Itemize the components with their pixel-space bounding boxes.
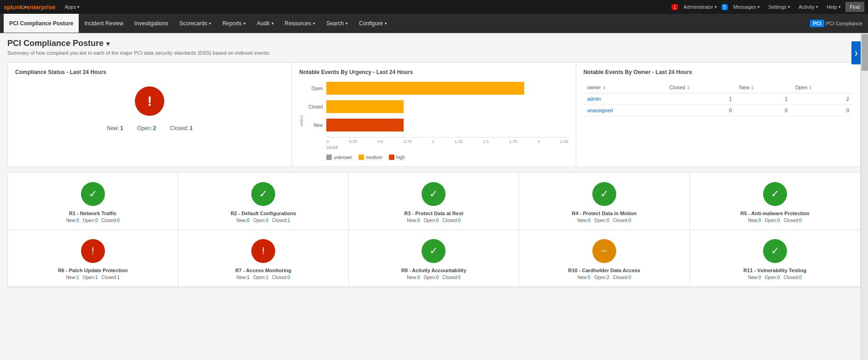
nav-resources[interactable]: Resources ▾ [279, 14, 321, 33]
req-open-r5: Open:0 [765, 218, 780, 223]
req-stats-r8: New:0 Open:0 Closed:0 [407, 275, 461, 280]
page-subtitle: Summary of how compliant you are in each… [7, 50, 861, 56]
req-open-r10: Open:2 [594, 275, 609, 280]
tick-05: 0.5 [377, 139, 383, 144]
apps-menu[interactable]: Apps ▾ [61, 0, 83, 14]
nav-pci-compliance[interactable]: PCI Compliance Posture [4, 14, 79, 33]
bar-new-high [326, 119, 404, 131]
req-closed-r4: Closed:0 [613, 218, 631, 223]
title-dropdown-icon[interactable]: ▾ [106, 40, 110, 47]
help-chevron-icon: ▾ [839, 5, 841, 9]
stat-open-val: 2 [153, 125, 156, 131]
stat-new-val: 1 [120, 125, 123, 131]
req-card-r6[interactable]: ! R6 - Patch Update Protection New:1 Ope… [8, 230, 178, 287]
tick-125: 1.25 [455, 139, 463, 144]
req-new-r5: New:0 [748, 218, 761, 223]
owner-panel: Notable Events By Owner - Last 24 Hours … [576, 63, 860, 166]
req-card-r10[interactable]: − R10 - Cardholder Data Access New:0 Ope… [519, 230, 689, 287]
messages-menu[interactable]: Messages ▾ [729, 4, 764, 10]
nav-investigations-label: Investigations [134, 20, 168, 27]
stat-open: Open:2 [137, 125, 156, 131]
apps-label: Apps [64, 4, 76, 10]
req-card-r3[interactable]: ✓ R3 - Protect Data at Rest New:0 Open:0… [349, 173, 519, 230]
col-open[interactable]: Open ⇕ [791, 82, 853, 93]
req-icon-r7: ! [251, 239, 275, 263]
req-card-r1[interactable]: ✓ R1 - Network Traffic New:0 Open:0 Clos… [8, 173, 178, 230]
nav-scorecards[interactable]: Scorecards ▾ [174, 14, 217, 33]
col-new[interactable]: New ⇕ [735, 82, 791, 93]
req-card-r2[interactable]: ✓ R2 - Default Configurations New:0 Open… [178, 173, 348, 230]
compliance-stats: New:1 Open:2 Closed:1 [107, 125, 193, 131]
req-open-r3: Open:0 [424, 218, 439, 223]
tick-1: 1 [432, 139, 434, 144]
req-stats-r1: New:0 Open:0 Closed:0 [66, 218, 120, 223]
nav-audit[interactable]: Audit ▾ [251, 14, 279, 33]
req-open-r4: Open:0 [594, 218, 609, 223]
req-open-r11: Open:0 [765, 275, 780, 280]
nav-configure-label: Configure [359, 20, 383, 27]
tick-0: 0 [326, 139, 329, 144]
settings-menu[interactable]: Settings ▾ [764, 4, 794, 10]
panel-collapse-button[interactable]: ❯ [851, 41, 861, 64]
req-closed-r7: Closed:0 [272, 275, 290, 280]
req-name-r1: R1 - Network Traffic [69, 211, 116, 216]
req-card-r8[interactable]: ✓ R8 - Activity Accountability New:0 Ope… [349, 230, 519, 287]
req-card-r5[interactable]: ✓ R5 - Anti-malware Protection New:0 Ope… [690, 173, 860, 230]
administrator-menu[interactable]: Administrator ▾ [680, 4, 721, 10]
req-card-r11[interactable]: ✓ R11 - Vulnerability Testing New:0 Open… [690, 230, 860, 287]
chart-bars-new [326, 119, 568, 131]
new-sort-icon: ⇕ [751, 86, 754, 90]
owner-unassigned-name[interactable]: unassigned [584, 105, 666, 116]
nav-reports[interactable]: Reports ▾ [217, 14, 251, 33]
chart-label-closed: Closed [306, 104, 326, 109]
req-card-r7[interactable]: ! R7 - Access Monitoring New:1 Open:1 Cl… [178, 230, 348, 287]
chart-inner: status Open Closed [299, 82, 568, 160]
help-menu[interactable]: Help ▾ [823, 4, 845, 10]
splunk-logo[interactable]: splunk>enterprise [4, 4, 55, 11]
nav-incident-review-label: Incident Review [84, 20, 123, 27]
admin-closed: 1 [665, 93, 735, 105]
req-name-r10: R10 - Cardholder Data Access [568, 268, 641, 273]
find-button[interactable]: Find [845, 2, 864, 12]
closed-sort-icon: ⇕ [687, 86, 690, 90]
req-stats-r6: New:1 Open:1 Closed:1 [66, 275, 120, 280]
nav-configure[interactable]: Configure ▾ [353, 14, 393, 33]
nav-investigations[interactable]: Investigations [129, 14, 174, 33]
scrollbar[interactable] [861, 33, 868, 298]
req-card-r4[interactable]: ✓ R4 - Protect Data in Motion New:0 Open… [519, 173, 689, 230]
req-stats-r4: New:0 Open:0 Closed:0 [578, 218, 631, 223]
req-name-r8: R8 - Activity Accountability [401, 268, 467, 273]
scrollbar-thumb[interactable] [862, 34, 868, 71]
stat-closed: Closed:1 [170, 125, 192, 131]
apps-chevron-icon: ▾ [77, 5, 80, 9]
tick-075: 0.75 [404, 139, 412, 144]
nav-resources-label: Resources [285, 20, 311, 27]
tick-225: 2.25 [560, 139, 568, 144]
req-name-r5: R5 - Anti-malware Protection [741, 211, 810, 216]
compliance-panel-title: Compliance Status - Last 24 Hours [15, 69, 284, 75]
req-name-r7: R7 - Access Monitoring [235, 268, 291, 273]
owner-panel-title: Notable Events By Owner - Last 24 Hours [584, 69, 853, 75]
activity-menu[interactable]: Activity ▾ [795, 4, 822, 10]
pci-compliance-label: PCI Compliance [826, 21, 868, 26]
unassigned-open: 0 [791, 105, 853, 116]
chart-x-axis: 0 0.25 0.5 0.75 1 1.25 1.5 1.75 2 2.25 [326, 137, 568, 144]
top-navigation: splunk>enterprise Apps ▾ 1 Administrator… [0, 0, 868, 14]
pci-badge: PCI [810, 20, 824, 27]
nav-search[interactable]: Search ▾ [321, 14, 353, 33]
owner-admin-name[interactable]: admin [584, 93, 666, 105]
chart-x-axis-label: count [326, 145, 568, 150]
req-closed-r5: Closed:0 [784, 218, 802, 223]
req-new-r8: New:0 [407, 275, 420, 280]
nav-incident-review[interactable]: Incident Review [79, 14, 129, 33]
table-row: admin 1 1 2 [584, 93, 853, 105]
admin-open: 2 [791, 93, 853, 105]
stat-closed-val: 1 [190, 125, 193, 131]
col-closed[interactable]: Closed ⇕ [665, 82, 735, 93]
settings-label: Settings [768, 4, 787, 10]
col-owner[interactable]: owner ⇕ [584, 82, 666, 93]
chart-row-new: New [306, 119, 568, 131]
messages-label: Messages [733, 4, 756, 10]
req-stats-r11: New:0 Open:0 Closed:0 [748, 275, 802, 280]
req-icon-r1: ✓ [81, 182, 105, 206]
